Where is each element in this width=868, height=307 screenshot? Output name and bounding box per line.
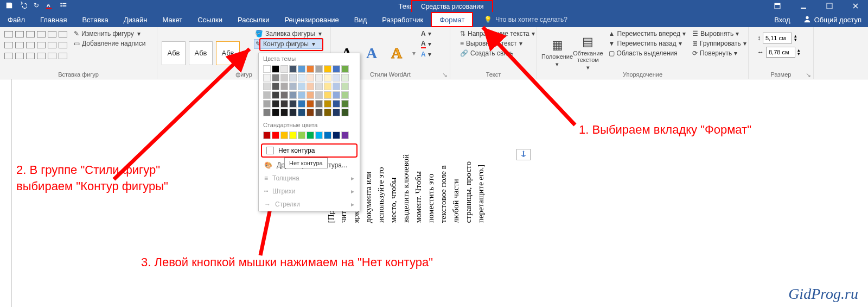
no-outline-label: Нет контура [278,147,315,154]
width-icon: ↔ [757,48,764,56]
group-icon: ⊞ [692,40,698,47]
maximize-icon[interactable] [817,0,842,12]
shapes-gallery[interactable] [4,29,68,77]
bring-forward-button[interactable]: ▲Переместить вперед▾ [608,29,687,38]
wordart-style-2[interactable]: A [360,42,383,65]
svg-rect-5 [62,5,66,7]
send-backward-button[interactable]: ▼Переместить назад▾ [608,39,687,48]
ribbon-options-icon[interactable] [765,0,790,12]
tab-insert[interactable]: Вставка [74,12,116,27]
font-color-icon[interactable]: A [46,2,53,11]
selection-pane-button[interactable]: ▢Область выделения [608,49,687,58]
window-controls [765,0,868,12]
rotate-button[interactable]: ⟳Повернуть▾ [691,49,748,58]
drawing-tools-context: Средства рисования [411,0,493,12]
tab-format[interactable]: Формат [431,12,473,27]
undo-icon[interactable] [20,2,27,11]
object-anchor-icon [516,149,531,160]
no-outline-item[interactable]: Нет контура [261,143,358,158]
shape-style-1[interactable]: Абв [162,41,186,65]
shape-style-3[interactable]: Абв [216,41,240,65]
tab-references[interactable]: Ссылки [190,12,230,27]
svg-rect-3 [62,3,66,4]
wordart-style-3[interactable]: A [385,42,408,65]
tab-mailings[interactable]: Рассылки [230,12,277,27]
svg-rect-7 [775,3,780,5]
svg-text:A: A [47,2,50,8]
dashes-icon: ┅ [264,187,268,195]
close-icon[interactable] [843,0,868,12]
rotate-icon: ⟳ [692,49,698,57]
link-icon: 🔗 [460,49,468,57]
spinner-icon[interactable]: ▴▾ [797,48,800,56]
svg-rect-8 [801,8,806,9]
tab-file[interactable]: Файл [0,12,33,27]
tab-layout[interactable]: Макет [155,12,190,27]
watermark-brand: GidProg.ru [788,285,858,303]
ribbon-tabs: Файл Главная Вставка Дизайн Макет Ссылки… [0,12,868,27]
text-direction-button[interactable]: ⇅Направление текста▾ [459,29,536,38]
annotation-highlight-outline [259,38,323,51]
spinner-icon[interactable]: ▴▾ [794,34,797,42]
add-textbox-button[interactable]: ▭Добавление надписи [73,39,147,48]
tab-review[interactable]: Рецензирование [277,12,346,27]
arrows-icon: → [264,201,271,208]
redo-icon[interactable]: ↻ [34,2,39,11]
text-effects-button[interactable]: A▾ [420,50,432,59]
share-button[interactable]: Общий доступ [797,15,868,24]
color-wheel-icon: 🎨 [264,161,272,169]
minimize-icon[interactable] [791,0,816,12]
tab-design[interactable]: Дизайн [116,12,155,27]
svg-point-10 [806,16,808,18]
shape-fill-button[interactable]: 🪣Заливка фигуры▾ [254,29,323,38]
group-size: ↕5,11 см▴▾ ↔8,78 см▴▾ Размер ↘ [749,27,814,79]
shape-outline-dropdown: Цвета темы Стандартные цвета Нет контура… [258,53,360,211]
wordart-more[interactable]: ▾ [410,49,418,57]
annotation-3: 3. Левой кнопкой мышки нажимаем на "Нет … [141,255,433,270]
wrap-text-button[interactable]: ▤Обтекание текстом▾ [573,29,603,77]
standard-colors-grid[interactable] [259,130,360,142]
ribbon: ✎Изменить фигуру▾ ▭Добавление надписи Вс… [0,27,868,79]
bullets-icon[interactable] [60,2,67,11]
tell-me-placeholder: Что вы хотите сделать? [495,16,567,23]
dialog-launcher-size[interactable]: ↘ [806,71,812,78]
group-label-insert-shapes: Вставка фигур [0,71,157,78]
arrows-item[interactable]: →Стрелки▸ [259,198,360,211]
align-text-button[interactable]: ≡Выровнять текст▾ [459,39,536,48]
tell-me-search[interactable]: 💡 Что вы хотите сделать? [484,12,567,27]
theme-colors-grid[interactable] [259,64,360,120]
svg-point-4 [60,5,62,7]
weight-item[interactable]: ≡Толщина▸ [259,172,360,185]
fill-icon: 🪣 [255,30,263,37]
no-outline-tooltip: Нет контура [284,158,328,168]
tab-view[interactable]: Вид [347,12,375,27]
signin-button[interactable]: Вход [768,16,796,24]
edit-shape-button[interactable]: ✎Изменить фигуру▾ [73,29,147,38]
position-button[interactable]: ▦Положение▾ [541,29,573,77]
wrap-icon: ▤ [582,35,593,49]
text-fill-button[interactable]: A▾ [420,29,432,38]
shape-style-2[interactable]: Абв [189,41,213,65]
theme-colors-header: Цвета темы [259,53,360,64]
annotation-1: 1. Выбираем вкладку "Формат" [579,123,751,137]
align-button[interactable]: ☰Выровнять▾ [691,29,748,38]
annotation-2: 2. В группе "Стили фигур" выбираем "Конт… [16,162,168,194]
save-icon[interactable] [5,2,13,11]
align-text-icon: ≡ [460,40,464,47]
height-input[interactable]: 5,11 см [763,33,792,43]
backward-icon: ▼ [609,40,615,47]
tab-home[interactable]: Главная [33,12,74,27]
tab-developer[interactable]: Разработчик [374,12,431,27]
textbox-icon: ▭ [74,40,80,47]
text-outline-button[interactable]: A▾ [420,39,432,49]
width-input[interactable]: 8,78 см [766,47,795,58]
create-link-button[interactable]: 🔗Создать связь [459,49,536,58]
position-icon: ▦ [552,38,563,52]
no-outline-icon [266,147,274,154]
dashes-item[interactable]: ┅Штрихи▸ [259,185,360,198]
text-direction-icon: ⇅ [460,30,465,37]
dialog-launcher-wordart[interactable]: ↘ [442,71,449,78]
group-label-arrange: Упорядочение [537,71,748,78]
shape-style-more[interactable]: ▾ [243,49,251,57]
group-button[interactable]: ⊞Группировать▾ [691,39,748,48]
